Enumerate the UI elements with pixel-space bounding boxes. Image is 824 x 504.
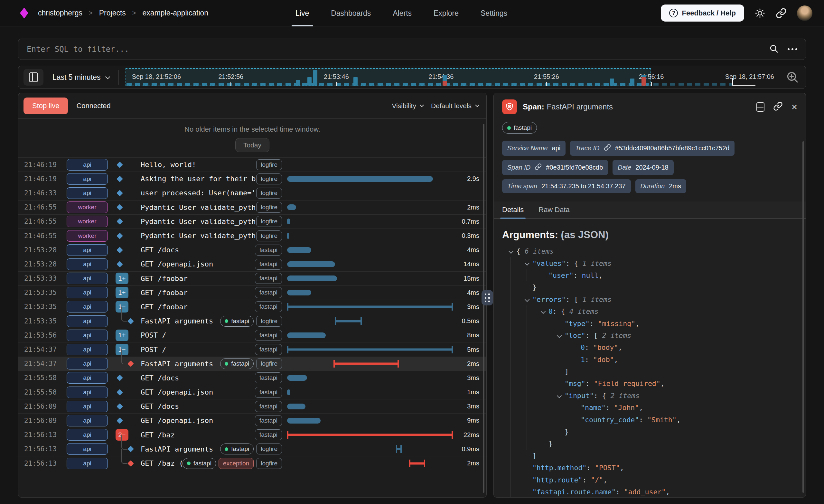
trace-row[interactable]: 21:53:56api1+POST /fastapi8ms [18, 328, 486, 342]
link-icon[interactable] [535, 163, 542, 172]
feedback-help-button[interactable]: ? Feedback / Help [661, 4, 744, 21]
trace-row[interactable]: 21:46:19apiHello, world!logfire [18, 158, 486, 172]
tag-logfire[interactable]: logfire [256, 188, 282, 199]
trace-row[interactable]: 21:46:55workerPydantic User validate_pyt… [18, 214, 486, 228]
collapse-caret-icon[interactable] [555, 390, 564, 402]
trace-row[interactable]: 21:53:28apiGET /openapi.jsonfastapi14ms [18, 257, 486, 271]
service-pill-api[interactable]: api [67, 401, 108, 412]
tag-fastapi[interactable]: fastapi [220, 443, 253, 455]
service-pill-api[interactable]: api [67, 287, 108, 298]
trace-row[interactable]: 21:46:19apiAsking the user for their bir… [18, 172, 486, 186]
json-line[interactable]: } [502, 438, 797, 449]
trace-row[interactable]: 21:56:13apiFastAPI argumentsfastapilogfi… [18, 442, 486, 456]
trace-row[interactable]: 21:46:55workerPydantic User validate_pyt… [18, 200, 486, 214]
json-line[interactable]: "country_code": "Smith", [502, 414, 797, 425]
collapse-badge[interactable]: 1+ [116, 329, 128, 341]
tab-alerts[interactable]: Alerts [393, 0, 412, 26]
json-line[interactable]: "input": { 2 items [502, 390, 797, 402]
service-pill-worker[interactable]: worker [67, 201, 108, 213]
visibility-dropdown[interactable]: Visibility [392, 102, 422, 110]
trace-row[interactable]: 21:56:13apiGET /baz (fofastapiexceptionl… [18, 456, 486, 470]
trace-row[interactable]: 21:54:37apiFastAPI argumentsfastapilogfi… [18, 357, 486, 371]
collapse-caret-icon[interactable] [523, 257, 532, 269]
tag-logfire[interactable]: logfire [256, 202, 282, 213]
json-line[interactable]: { 6 items [502, 245, 797, 257]
user-avatar[interactable] [797, 5, 812, 21]
service-pill-api[interactable]: api [67, 443, 108, 455]
today-button[interactable]: Today [235, 138, 270, 152]
right-panel-scrollbar[interactable] [803, 141, 804, 493]
breadcrumb-item-example-application[interactable]: example-application [142, 9, 209, 17]
sql-filter-input[interactable] [27, 45, 769, 54]
json-line[interactable]: "loc": [ 2 items [502, 329, 797, 341]
tag-fastapi[interactable]: fastapi [255, 244, 282, 256]
json-line[interactable]: 1: "dob", [502, 354, 797, 366]
tag-fastapi[interactable]: fastapi [220, 316, 253, 327]
collapse-caret-icon[interactable] [539, 305, 548, 317]
json-line[interactable]: "name": "John", [502, 402, 797, 414]
trace-row[interactable]: 21:53:28apiGET /docsfastapi4ms [18, 243, 486, 257]
json-line[interactable]: "fastapi.route.name": "add_user", [502, 486, 797, 498]
tag-fastapi[interactable]: fastapi [255, 301, 282, 312]
trace-row[interactable]: 21:54:37api1−POST /fastapi5ms [18, 342, 486, 356]
service-pill-api[interactable]: api [67, 315, 108, 327]
tag-fastapi[interactable]: fastapi [255, 372, 282, 383]
tag-logfire[interactable]: logfire [256, 174, 282, 184]
time-range-dropdown[interactable]: Last 5 minutes [53, 73, 109, 82]
sidebar-toggle-button[interactable] [23, 69, 43, 86]
json-line[interactable]: "values": { 1 items [502, 257, 797, 269]
json-line[interactable]: "http.method": "POST", [502, 462, 797, 474]
default-levels-dropdown[interactable]: Default levels [431, 102, 478, 110]
service-pill-api[interactable]: api [67, 173, 108, 185]
split-view-icon[interactable] [756, 102, 764, 112]
collapse-caret-icon[interactable] [523, 294, 532, 305]
service-pill-api[interactable]: api [67, 358, 108, 370]
tag-fastapi[interactable]: fastapi [220, 358, 253, 369]
tag-fastapi[interactable]: fastapi [255, 387, 282, 398]
trace-row[interactable]: 21:55:58apiGET /docsfastapi3ms [18, 371, 486, 385]
collapse-badge[interactable]: 1+ [116, 273, 128, 284]
tag-fastapi[interactable]: fastapi [255, 273, 282, 284]
theme-toggle-icon[interactable] [754, 8, 765, 19]
breadcrumb-item-christophergs[interactable]: christophergs [38, 9, 82, 17]
service-pill-worker[interactable]: worker [67, 216, 108, 227]
scope-tag[interactable]: fastapi [502, 122, 537, 133]
service-pill-api[interactable]: api [67, 344, 108, 355]
service-pill-api[interactable]: api [67, 415, 108, 426]
service-pill-api[interactable]: api [67, 301, 108, 312]
service-pill-api[interactable]: api [67, 244, 108, 256]
json-line[interactable]: 0: "body", [502, 341, 797, 354]
tag-fastapi[interactable]: fastapi [255, 429, 282, 440]
tag-fastapi[interactable]: fastapi [255, 259, 282, 270]
trace-row[interactable]: 21:55:58apiGET /openapi.jsonfastapi1ms [18, 385, 486, 399]
tag-fastapi[interactable]: fastapi [255, 344, 282, 355]
json-line[interactable]: "msg": "Field required", [502, 378, 797, 389]
trace-row[interactable]: 21:56:09apiGET /openapi.jsonfastapi9ms [18, 413, 486, 427]
tag-logfire[interactable]: logfire [256, 458, 282, 469]
collapse-caret-icon[interactable] [555, 329, 564, 341]
service-pill-api[interactable]: api [67, 273, 108, 284]
tag-exception[interactable]: exception [219, 458, 253, 469]
breadcrumb-item-Projects[interactable]: Projects [99, 9, 126, 17]
panel-resize-handle[interactable] [482, 290, 493, 305]
trace-row[interactable]: 21:53:33api1+GET /foobarfastapi15ms [18, 271, 486, 286]
logfire-logo-icon[interactable] [20, 8, 28, 19]
trace-row[interactable]: 21:46:33apiuser processed: User(name='An… [18, 186, 486, 200]
json-line[interactable]: "type": "missing", [502, 317, 797, 329]
tab-live[interactable]: Live [296, 0, 309, 26]
left-panel-scrollbar[interactable] [483, 124, 485, 493]
trace-row[interactable]: 21:56:13api2−GET /bazfastapi22ms [18, 428, 486, 442]
close-icon[interactable]: × [792, 102, 797, 112]
trace-row[interactable]: 21:46:55workerPydantic User validate_pyt… [18, 228, 486, 243]
tab-dashboards[interactable]: Dashboards [331, 0, 371, 26]
service-pill-api[interactable]: api [67, 458, 108, 469]
json-line[interactable]: "http.route": "/", [502, 474, 797, 486]
service-pill-api[interactable]: api [67, 372, 108, 384]
tag-logfire[interactable]: logfire [256, 230, 282, 241]
service-pill-api[interactable]: api [67, 187, 108, 199]
tag-logfire[interactable]: logfire [256, 358, 282, 369]
tag-logfire[interactable]: logfire [256, 316, 282, 327]
tag-fastapi[interactable]: fastapi [255, 401, 282, 412]
json-line[interactable]: ] [502, 450, 797, 462]
tag-logfire[interactable]: logfire [256, 216, 282, 227]
